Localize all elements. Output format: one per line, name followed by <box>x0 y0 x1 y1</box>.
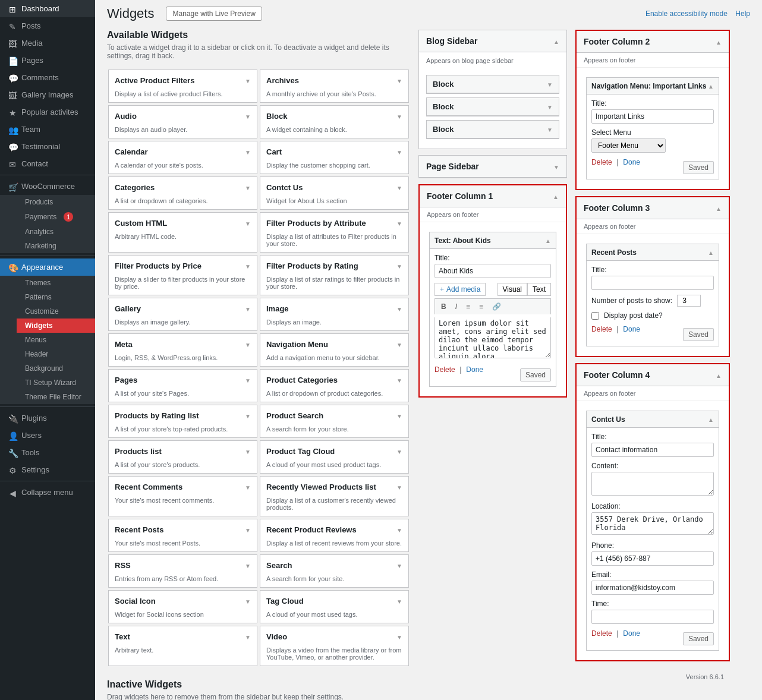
accessibility-link[interactable]: Enable accessibility mode <box>646 10 728 18</box>
link-button[interactable]: 🔗 <box>489 301 505 313</box>
rp-count-input[interactable] <box>677 295 701 307</box>
visual-tab[interactable]: Visual <box>497 283 527 296</box>
widget-calendar[interactable]: Calendar A calendar of your site's posts… <box>108 141 257 174</box>
widget-search[interactable]: Search A search form for your site. <box>260 554 409 588</box>
sidebar-item-marketing[interactable]: Marketing <box>17 239 95 253</box>
widget-filter-rating[interactable]: Filter Products by Rating Display a list… <box>260 255 409 295</box>
sidebar-item-settings[interactable]: ⚙ Settings <box>0 461 95 478</box>
widget-recent-posts[interactable]: Recent Posts Your site's most recent Pos… <box>108 519 257 552</box>
recent-posts-toggle[interactable] <box>708 248 714 257</box>
sidebar-item-dashboard[interactable]: ⊞ Dashboard <box>0 0 95 17</box>
widget-image[interactable]: Image Displays an image. <box>260 298 409 331</box>
sidebar-item-appearance[interactable]: 🎨 Appearance <box>0 258 95 276</box>
widget-cart[interactable]: Cart Display the customer shopping cart. <box>260 141 409 174</box>
widget-archives[interactable]: Archives A monthly archive of your site'… <box>260 70 409 103</box>
nav-select-input[interactable]: Footer Menu Main Menu Secondary Menu <box>591 138 666 153</box>
page-sidebar-toggle[interactable] <box>553 162 559 171</box>
nav-menu-widget-header[interactable]: Navigation Menu: Important Links <box>587 78 719 94</box>
widget-social-icon[interactable]: Social Icon Widget for Social icons sect… <box>108 590 257 623</box>
sidebar-item-products[interactable]: Products <box>17 195 95 209</box>
widget-filter-price[interactable]: Filter Products by Price Display a slide… <box>108 255 257 295</box>
sidebar-item-pages[interactable]: 📄 Pages <box>0 52 95 69</box>
sidebar-item-gallery-images[interactable]: 🖼 Gallery Images <box>0 86 95 103</box>
widget-product-tag-cloud[interactable]: Product Tag Cloud A cloud of your most u… <box>260 440 409 474</box>
widget-video[interactable]: Video Displays a video from the media li… <box>260 626 409 666</box>
nav-title-input[interactable] <box>591 109 714 124</box>
cu-time-input[interactable] <box>591 610 714 624</box>
sidebar-item-popular-activities[interactable]: ★ Popular activites <box>0 103 95 121</box>
footer-col-3-toggle[interactable] <box>716 204 722 213</box>
widget-recent-comments[interactable]: Recent Comments Your site's most recent … <box>108 476 257 516</box>
footer-col-1-toggle[interactable] <box>553 192 559 201</box>
rp-delete-link[interactable]: Delete <box>591 325 612 333</box>
nav-delete-link[interactable]: Delete <box>591 158 612 166</box>
widget-audio[interactable]: Audio Displays an audio player. <box>108 105 257 138</box>
rp-saved-button[interactable]: Saved <box>683 328 714 341</box>
live-preview-button[interactable]: Manage with Live Preview <box>166 7 262 21</box>
footer-col-4-toggle[interactable] <box>716 371 722 380</box>
sidebar-item-collapse-menu[interactable]: ◀ Collapse menu <box>0 484 95 501</box>
nav-saved-button[interactable]: Saved <box>683 161 714 174</box>
sidebar-item-plugins[interactable]: 🔌 Plugins <box>0 409 95 427</box>
text-widget-header[interactable]: Text: About Kids <box>430 232 556 249</box>
sidebar-item-analytics[interactable]: Analytics <box>17 225 95 239</box>
cu-location-textarea[interactable]: 3557 Derek Drive, Orlando Florida <box>591 512 714 535</box>
widget-categories[interactable]: Categories A list or dropdown of categor… <box>108 176 257 210</box>
widget-pages[interactable]: Pages A list of your site's Pages. <box>108 369 257 402</box>
sidebar-item-header[interactable]: Header <box>17 347 95 361</box>
widget-custom-html[interactable]: Custom HTML Arbitrary HTML code. <box>108 212 257 253</box>
widget-products-by-rating[interactable]: Products by Rating list A list of your s… <box>108 405 257 438</box>
rp-done-link[interactable]: Done <box>623 325 640 333</box>
sidebar-item-comments[interactable]: 💬 Comments <box>0 69 95 86</box>
add-media-button[interactable]: + Add media <box>434 283 486 296</box>
sidebar-item-testimonial[interactable]: 💬 Testimonial <box>0 138 95 155</box>
widget-product-categories[interactable]: Product Categories A list or dropdown of… <box>260 369 409 402</box>
sidebar-item-media[interactable]: 🖼 Media <box>0 34 95 52</box>
blog-widget-block-1[interactable]: Block <box>426 75 559 94</box>
sidebar-item-patterns[interactable]: Patterns <box>17 290 95 304</box>
sidebar-item-background[interactable]: Background <box>17 361 95 376</box>
title-input[interactable] <box>434 264 551 278</box>
text-widget-toggle[interactable] <box>545 236 551 245</box>
widget-recent-product-reviews[interactable]: Recent Product Reviews Display a list of… <box>260 519 409 552</box>
sidebar-item-customize[interactable]: Customize <box>17 304 95 319</box>
cu-title-input[interactable] <box>591 443 714 457</box>
cu-phone-input[interactable] <box>591 551 714 566</box>
done-link[interactable]: Done <box>466 365 483 374</box>
nav-done-link[interactable]: Done <box>623 158 640 166</box>
sidebar-item-themes[interactable]: Themes <box>17 276 95 290</box>
cu-saved-button[interactable]: Saved <box>683 632 714 645</box>
sidebar-item-posts[interactable]: ✎ Posts <box>0 17 95 34</box>
blog-sidebar-toggle[interactable] <box>553 37 559 46</box>
widget-active-product-filters[interactable]: Active Product Filters Display a list of… <box>108 70 257 103</box>
sidebar-item-team[interactable]: 👥 Team <box>0 121 95 138</box>
cu-done-link[interactable]: Done <box>623 629 640 638</box>
cu-delete-link[interactable]: Delete <box>591 629 612 638</box>
widget-rss[interactable]: RSS Entries from any RSS or Atom feed. <box>108 554 257 588</box>
italic-button[interactable]: I <box>452 301 461 313</box>
recent-posts-widget-header[interactable]: Recent Posts <box>587 244 719 261</box>
unordered-list-button[interactable]: ≡ <box>462 301 474 313</box>
widget-filter-attribute[interactable]: Filter Products by Attribute Display a l… <box>260 212 409 253</box>
cu-content-textarea[interactable] <box>591 472 714 496</box>
widget-gallery[interactable]: Gallery Displays an image gallery. <box>108 298 257 331</box>
sidebar-item-ti-setup[interactable]: TI Setup Wizard <box>17 376 95 390</box>
saved-button[interactable]: Saved <box>520 368 551 381</box>
content-textarea[interactable]: Lorem ipsum dolor sit amet, cons aring e… <box>434 317 551 358</box>
blog-widget-block-2[interactable]: Block <box>426 97 559 116</box>
footer-col-2-toggle[interactable] <box>716 37 722 46</box>
widget-text[interactable]: Text Arbitrary text. <box>108 626 257 666</box>
contact-widget-header[interactable]: Contct Us <box>587 411 719 428</box>
bold-button[interactable]: B <box>437 301 450 313</box>
help-link[interactable]: Help <box>735 10 750 18</box>
text-tab[interactable]: Text <box>527 283 551 296</box>
widget-product-search[interactable]: Product Search A search form for your st… <box>260 405 409 438</box>
widget-products-list[interactable]: Products list A list of your store's pro… <box>108 440 257 474</box>
sidebar-item-contact[interactable]: ✉ Contact <box>0 155 95 172</box>
widget-tag-cloud[interactable]: Tag Cloud A cloud of your most used tags… <box>260 590 409 623</box>
nav-menu-toggle[interactable] <box>708 81 714 90</box>
contact-widget-toggle[interactable] <box>708 415 714 424</box>
widget-block[interactable]: Block A widget containing a block. <box>260 105 409 138</box>
widget-meta[interactable]: Meta Login, RSS, & WordPress.org links. <box>108 333 257 367</box>
delete-link[interactable]: Delete <box>434 365 455 374</box>
